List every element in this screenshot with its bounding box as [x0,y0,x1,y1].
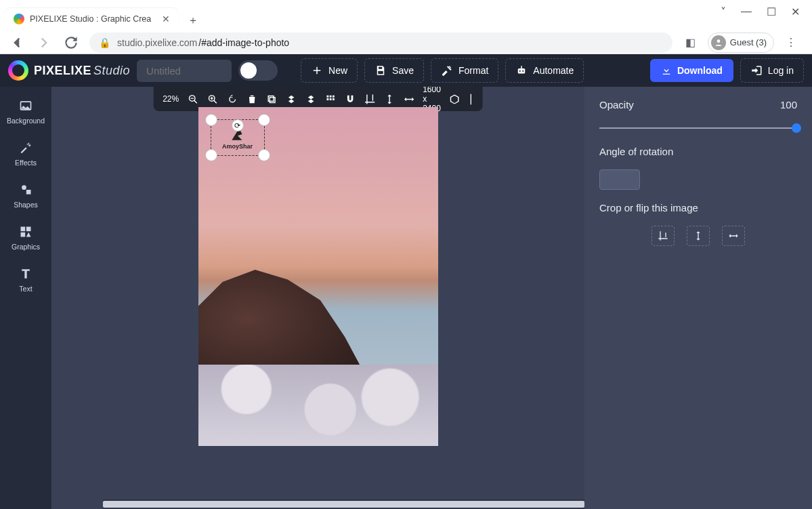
guest-profile-button[interactable]: Guest (3) [708,33,774,53]
svg-point-0 [717,39,720,43]
selected-graphic-label: AmoyShar [222,143,253,150]
nav-back-icon[interactable] [8,34,26,52]
login-label: Log in [768,65,794,76]
logo-ring-icon [8,60,28,81]
canvas-area[interactable]: 22% 1600 x 2400 ⎮ [51,87,584,509]
resize-handle-br[interactable] [258,149,270,161]
browser-chrome: ˅ — ☐ ✕ PIXELIXE Studio : Graphic Crea ✕… [0,0,812,54]
toggle-knob [240,62,257,79]
flip-vertical-button[interactable] [687,226,710,246]
grid-icon[interactable] [324,94,336,105]
tab-title: PIXELIXE Studio : Graphic Crea [30,14,151,24]
automate-label: Automate [533,65,574,76]
angle-stepper[interactable]: + - [599,169,640,190]
angle-input[interactable] [600,170,640,189]
sidebar-item-label: Graphics [12,243,40,251]
format-label: Format [458,65,488,76]
cube-icon[interactable] [449,94,461,105]
download-button[interactable]: Download [650,59,733,82]
sidebar: Background Effects Shapes Graphics Text [0,87,51,509]
guest-label: Guest (3) [730,37,767,47]
undo-icon[interactable] [226,94,238,105]
sidebar-item-label: Effects [15,159,37,167]
slider-thumb[interactable] [792,123,801,133]
slider-track [599,127,797,129]
theme-toggle[interactable] [238,60,278,81]
tab-close-icon[interactable]: ✕ [162,14,170,24]
opacity-label: Opacity [599,99,634,110]
zoom-level: 22% [163,94,179,104]
scrollbar-thumb[interactable] [103,501,584,508]
extensions-icon[interactable]: ◧ [682,34,700,52]
svg-point-6 [22,185,26,190]
sidebar-item-graphics[interactable]: Graphics [0,221,51,255]
crop-tool-button[interactable] [651,226,675,246]
send-backward-icon[interactable] [285,94,297,105]
angle-label: Angle of rotation [599,146,797,157]
save-button[interactable]: Save [364,58,424,83]
app-logo[interactable]: PIXELIXEStudio [8,60,130,81]
lock-icon: 🔒 [99,37,110,48]
svg-rect-12 [270,97,275,102]
app-header: PIXELIXEStudio New Save Format Automate … [0,54,812,87]
document-title-input[interactable] [137,60,232,82]
sidebar-item-label: Text [19,285,32,293]
rotate-handle-icon[interactable]: ⟳ [232,119,244,131]
format-button[interactable]: Format [431,58,498,83]
svg-rect-1 [518,68,526,74]
opacity-slider[interactable] [599,123,797,134]
svg-rect-13 [268,96,274,101]
flip-horizontal-button[interactable] [722,226,745,246]
crop-icon[interactable] [364,94,375,105]
canvas-foam-shape [198,365,438,446]
magnet-icon[interactable] [344,94,356,105]
copy-icon[interactable] [265,94,277,105]
opacity-value: 100 [780,99,797,110]
new-tab-button[interactable]: ＋ [184,11,202,30]
selection-overlay[interactable]: AmoyShar ⟳ [205,114,270,161]
nav-reload-icon[interactable] [62,34,80,52]
height-resize-icon[interactable] [383,94,395,105]
sidebar-item-effects[interactable]: Effects [0,137,51,171]
svg-point-2 [519,70,521,72]
save-label: Save [392,65,414,76]
resize-handle-tr[interactable] [258,114,270,126]
automate-button[interactable]: Automate [505,58,584,83]
avatar-icon [711,35,726,50]
kebab-menu-icon[interactable]: ⋮ [782,34,800,52]
bring-forward-icon[interactable] [305,94,316,105]
delete-icon[interactable] [246,94,257,105]
svg-rect-9 [21,232,26,237]
new-label: New [328,65,347,76]
width-resize-icon[interactable] [403,94,414,105]
resize-handle-tl[interactable] [205,114,217,126]
app-root: PIXELIXEStudio New Save Format Automate … [0,54,812,509]
sidebar-item-text[interactable]: Text [0,263,51,297]
more-icon[interactable]: ⎮ [469,94,473,104]
download-label: Download [677,65,723,76]
svg-rect-7 [21,227,26,232]
logo-main: PIXELIXE [34,64,91,77]
app-main: Background Effects Shapes Graphics Text … [0,87,812,509]
zoom-in-icon[interactable] [207,94,218,105]
sidebar-item-label: Background [7,117,45,125]
sidebar-item-background[interactable]: Background [0,95,51,129]
svg-point-3 [522,70,523,72]
url-path: /#add-image-to-photo [198,37,289,48]
horizontal-scrollbar[interactable] [103,500,584,509]
crop-label: Crop or flip this image [599,202,797,213]
nav-forward-icon [35,34,53,52]
resize-handle-bl[interactable] [205,149,217,161]
new-button[interactable]: New [301,58,358,83]
address-bar[interactable]: 🔒 studio.pixelixe.com/#add-image-to-phot… [89,33,672,53]
properties-panel: Opacity 100 Angle of rotation + - Crop o… [584,87,812,509]
tab-favicon-icon [14,14,24,24]
browser-tab[interactable]: PIXELIXE Studio : Graphic Crea ✕ [5,8,178,30]
logo-sub: Studio [93,64,130,77]
zoom-out-icon[interactable] [187,94,198,105]
svg-rect-8 [26,227,31,232]
canvas-image[interactable]: AmoyShar ⟳ [198,107,438,446]
login-button[interactable]: Log in [740,58,804,83]
sidebar-item-shapes[interactable]: Shapes [0,179,51,213]
sidebar-item-label: Shapes [14,201,38,209]
